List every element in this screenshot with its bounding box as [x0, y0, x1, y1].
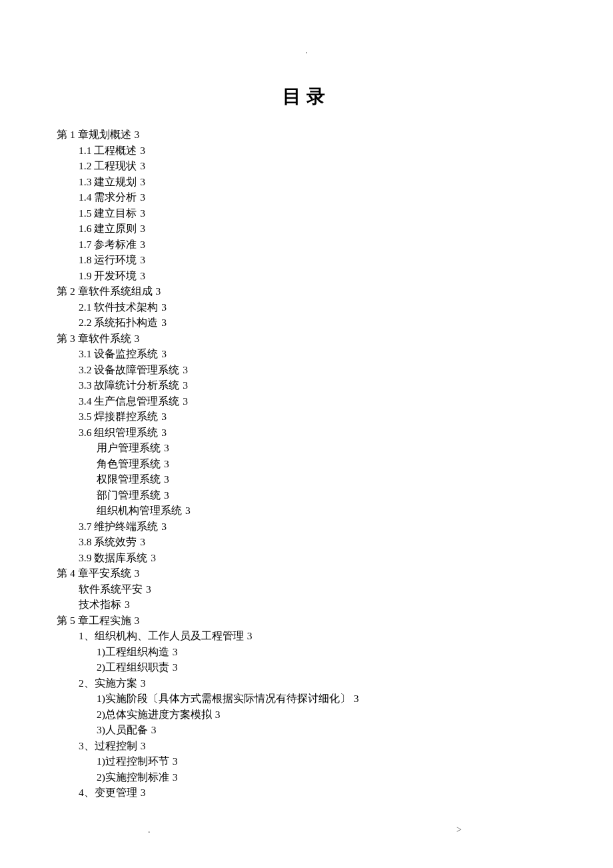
- toc-entry-label: 3、过程控制: [79, 740, 137, 751]
- toc-entry-page: 3: [137, 239, 145, 250]
- toc-entry-page: 3: [159, 317, 167, 328]
- toc-entry-page: 3: [159, 301, 167, 313]
- toc-entry-page: 3: [138, 677, 146, 689]
- toc-entry-label: 1.6 建立原则: [79, 223, 137, 234]
- toc-entry-label: 3.8 系统效劳: [79, 536, 137, 547]
- toc-entry: 3.4 生产信息管理系统 3: [57, 393, 556, 409]
- toc-entry: 4、变更管理 3: [57, 785, 556, 801]
- toc-entry-page: 3: [143, 583, 151, 595]
- footer-left-marker: .: [148, 825, 151, 835]
- toc-entry-page: 3: [153, 285, 161, 297]
- toc-entry-page: 3: [132, 129, 140, 140]
- toc-entry-label: 3.9 数据库系统: [79, 552, 147, 563]
- toc-entry-page: 3: [351, 693, 359, 704]
- footer-right-marker: >: [456, 825, 462, 835]
- toc-entry-page: 3: [161, 442, 169, 453]
- toc-entry: 2.2 系统拓扑构造 3: [57, 315, 556, 331]
- toc-entry-page: 3: [137, 536, 145, 547]
- toc-entry: 2)实施控制标准 3: [57, 769, 556, 785]
- toc-entry-label: 第 3 章软件系统: [57, 333, 131, 344]
- toc-entry-label: 2、实施方案: [79, 677, 137, 689]
- toc-entry-label: 3.4 生产信息管理系统: [79, 395, 179, 407]
- toc-entry: 用户管理系统 3: [57, 440, 556, 456]
- toc-entry-label: 1.2 工程现状: [79, 160, 137, 171]
- toc-entry-label: 3.2 设备故障管理系统: [79, 364, 179, 375]
- toc-entry-page: 3: [213, 709, 221, 720]
- toc-entry: 1.2 工程现状 3: [57, 158, 556, 174]
- toc-entry-page: 3: [137, 270, 145, 281]
- toc-entry-label: 2)实施控制标准: [97, 771, 169, 783]
- toc-entry-page: 3: [138, 740, 146, 751]
- toc-entry-page: 3: [159, 521, 167, 532]
- document-page: . 目录 第 1 章规划概述 31.1 工程概述 31.2 工程现状 31.3 …: [0, 0, 613, 841]
- toc-entry-label: 1、组织机构、工作人员及工程管理: [79, 630, 244, 641]
- toc-entry-page: 3: [180, 379, 188, 391]
- toc-entry: 3.5 焊接群控系统 3: [57, 409, 556, 425]
- toc-entry: 3、过程控制 3: [57, 738, 556, 754]
- toc-entry-page: 3: [138, 787, 146, 798]
- toc-entry-page: 3: [137, 207, 145, 219]
- toc-entry-page: 3: [137, 191, 145, 203]
- toc-entry: 2)总体实施进度方案模拟 3: [57, 707, 556, 723]
- toc-entry-page: 3: [137, 160, 145, 171]
- toc-entry: 3.1 设备监控系统 3: [57, 346, 556, 362]
- toc-entry: 1.5 建立目标 3: [57, 205, 556, 221]
- toc-entry-page: 3: [132, 615, 140, 626]
- toc-entry: 第 2 章软件系统组成 3: [57, 283, 556, 299]
- toc-entry-label: 4、变更管理: [79, 787, 137, 798]
- toc-entry-label: 1.8 运行环境: [79, 254, 137, 265]
- toc-entry-label: 3.5 焊接群控系统: [79, 411, 158, 422]
- toc-entry-page: 3: [245, 630, 253, 641]
- toc-entry-page: 3: [170, 661, 178, 673]
- toc-entry-label: 1.9 开发环境: [79, 270, 137, 281]
- toc-entry-page: 3: [183, 505, 191, 516]
- toc-entry: 1.1 工程概述 3: [57, 143, 556, 159]
- toc-entry-label: 1.5 建立目标: [79, 207, 137, 219]
- toc-entry-label: 第 4 章平安系统: [57, 567, 131, 579]
- toc-entry: 3.6 组织管理系统 3: [57, 425, 556, 441]
- toc-entry-page: 3: [159, 427, 167, 438]
- toc-entry-label: 3.3 故障统计分析系统: [79, 379, 179, 391]
- toc-entry-page: 3: [161, 473, 169, 485]
- toc-entry: 2.1 软件技术架构 3: [57, 299, 556, 315]
- toc-entry-label: 1)过程控制环节: [97, 755, 169, 767]
- toc-entry-label: 1.1 工程概述: [79, 145, 137, 156]
- toc-entry: 第 4 章平安系统 3: [57, 565, 556, 581]
- toc-entry: 3.3 故障统计分析系统 3: [57, 377, 556, 393]
- toc-entry: 3.2 设备故障管理系统 3: [57, 362, 556, 378]
- toc-entry-page: 3: [170, 771, 178, 783]
- toc-entry-page: 3: [137, 223, 145, 234]
- toc-entry-page: 3: [161, 489, 169, 501]
- toc-entry: 1、组织机构、工作人员及工程管理 3: [57, 628, 556, 644]
- header-marker: .: [57, 45, 556, 56]
- toc-entry-label: 1)实施阶段〔具体方式需根据实际情况有待探讨细化〕: [97, 693, 350, 704]
- toc-entry-label: 第 2 章软件系统组成: [57, 285, 153, 297]
- toc-entry-page: 3: [180, 364, 188, 375]
- toc-entry-label: 第 1 章规划概述: [57, 129, 131, 140]
- toc-entry-label: 1)工程组织构造: [97, 646, 169, 657]
- toc-entry-label: 2)总体实施进度方案模拟: [97, 709, 212, 720]
- toc-entry: 1.6 建立原则 3: [57, 221, 556, 237]
- toc-entry-label: 3.1 设备监控系统: [79, 348, 158, 359]
- toc-entry: 第 5 章工程实施 3: [57, 613, 556, 629]
- toc-entry-label: 权限管理系统: [97, 473, 161, 485]
- toc-entry-label: 3.7 维护终端系统: [79, 521, 158, 532]
- toc-entry-label: 2.1 软件技术架构: [79, 301, 158, 313]
- toc-entry: 权限管理系统 3: [57, 471, 556, 487]
- toc-entry-label: 2.2 系统拓扑构造: [79, 317, 158, 328]
- toc-entry: 技术指标 3: [57, 597, 556, 613]
- toc-entry: 部门管理系统 3: [57, 487, 556, 503]
- toc-entry: 第 3 章软件系统 3: [57, 331, 556, 347]
- toc-entry: 软件系统平安 3: [57, 581, 556, 597]
- table-of-contents: 第 1 章规划概述 31.1 工程概述 31.2 工程现状 31.3 建立规划 …: [57, 127, 556, 801]
- toc-entry: 1.7 参考标准 3: [57, 237, 556, 253]
- toc-entry-label: 部门管理系统: [97, 489, 161, 501]
- toc-entry: 角色管理系统 3: [57, 456, 556, 472]
- toc-entry-label: 用户管理系统: [97, 442, 161, 453]
- toc-entry: 1.3 建立规划 3: [57, 174, 556, 190]
- toc-entry-page: 3: [149, 724, 157, 735]
- toc-entry-label: 技术指标: [79, 599, 121, 610]
- toc-entry-label: 1.4 需求分析: [79, 191, 137, 203]
- toc-entry: 第 1 章规划概述 3: [57, 127, 556, 143]
- toc-entry-page: 3: [159, 348, 167, 359]
